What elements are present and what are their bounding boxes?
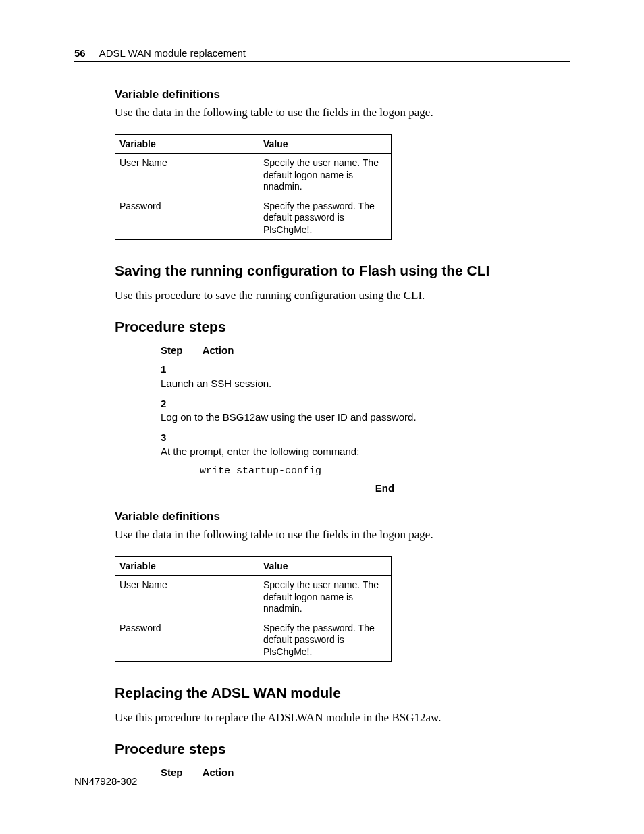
- cell-value: Specify the user name. The default logon…: [259, 576, 392, 619]
- page: 56 ADSL WAN module replacement Variable …: [0, 0, 644, 834]
- table-row: User Name Specify the user name. The def…: [115, 576, 392, 619]
- variable-table-1: Variable Value User Name Specify the use…: [115, 134, 392, 240]
- step-action: At the prompt, enter the following comma…: [161, 445, 528, 459]
- step-action: Launch an SSH session.: [161, 377, 528, 390]
- cell-variable: Password: [115, 197, 259, 240]
- cell-variable: User Name: [115, 576, 259, 619]
- step-row: 2 Log on to the BSG12aw using the user I…: [161, 397, 570, 425]
- running-header: 56 ADSL WAN module replacement: [74, 47, 570, 62]
- table-header-value: Value: [259, 134, 392, 154]
- table-row: Password Specify the password. The defau…: [115, 197, 392, 240]
- page-number: 56: [74, 47, 86, 59]
- heading-variable-definitions-1: Variable definitions: [74, 88, 570, 101]
- steps-header: Step Action: [161, 344, 570, 356]
- cell-value: Specify the password. The default passwo…: [259, 197, 392, 240]
- heading-procedure-steps-2: Procedure steps: [74, 741, 570, 757]
- intro-1: Use the data in the following table to u…: [74, 105, 570, 121]
- intro-2: Use the data in the following table to u…: [74, 527, 570, 543]
- step-row: 1 Launch an SSH session.: [161, 363, 570, 390]
- table-row: Password Specify the password. The defau…: [115, 619, 392, 662]
- intro-replacing-module: Use this procedure to replace the ADSLWA…: [74, 710, 570, 726]
- col-action: Action: [203, 344, 234, 356]
- cell-variable: Password: [115, 619, 259, 662]
- table-row: User Name Specify the user name. The def…: [115, 154, 392, 197]
- variable-table-2: Variable Value User Name Specify the use…: [115, 556, 392, 662]
- intro-saving-config: Use this procedure to save the running c…: [74, 288, 570, 304]
- cell-value: Specify the password. The default passwo…: [259, 619, 392, 662]
- step-action: Log on to the BSG12aw using the user ID …: [161, 411, 528, 424]
- heading-saving-config: Saving the running configuration to Flas…: [74, 263, 570, 279]
- steps-block-1: Step Action 1 Launch an SSH session. 2 L…: [74, 344, 570, 459]
- header-title: ADSL WAN module replacement: [99, 47, 246, 59]
- footer: NN47928-302: [74, 768, 570, 787]
- end-marker: End: [74, 482, 570, 494]
- doc-id: NN47928-302: [74, 775, 137, 787]
- step-number: 3: [161, 431, 200, 444]
- cell-value: Specify the user name. The default logon…: [259, 154, 392, 197]
- table-header-value: Value: [259, 556, 392, 576]
- table-header-variable: Variable: [115, 134, 259, 154]
- heading-variable-definitions-2: Variable definitions: [74, 510, 570, 523]
- heading-procedure-steps-1: Procedure steps: [74, 319, 570, 335]
- cell-variable: User Name: [115, 154, 259, 197]
- step-number: 2: [161, 397, 200, 411]
- heading-replacing-module: Replacing the ADSL WAN module: [74, 685, 570, 701]
- step-row: 3 At the prompt, enter the following com…: [161, 431, 570, 459]
- col-step: Step: [161, 344, 200, 356]
- table-header-variable: Variable: [115, 556, 259, 576]
- command-text: write startup-config: [74, 465, 570, 477]
- step-number: 1: [161, 363, 200, 376]
